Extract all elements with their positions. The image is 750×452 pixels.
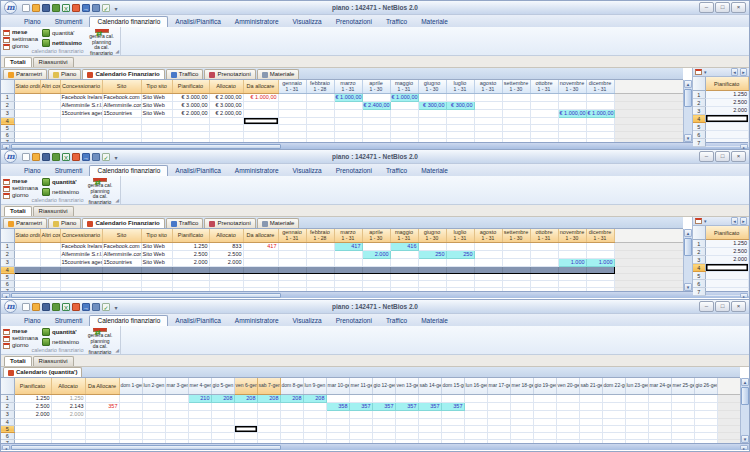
cell-settembre[interactable] — [502, 131, 530, 138]
cell-stato-ordine[interactable] — [14, 242, 40, 250]
cell-tipo-sito[interactable]: Sito Web — [141, 250, 172, 258]
cell-gennaio[interactable] — [278, 280, 306, 287]
scroll-up-icon[interactable]: ▴ — [741, 378, 749, 386]
cell-mer-4-gen[interactable] — [188, 402, 211, 410]
cell-dom-8-gen[interactable] — [280, 410, 303, 418]
row-header[interactable]: 7 — [1, 138, 14, 142]
cell-ven-6-gen[interactable] — [234, 439, 257, 443]
calendar-tool-icon[interactable] — [72, 303, 80, 311]
ribbon-tab-traffico[interactable]: Traffico — [379, 166, 414, 176]
cell-dom-22-gen[interactable] — [602, 402, 625, 410]
view-tab-calendario-finanziario[interactable]: Calendario Finanziario — [82, 69, 164, 79]
cell-luglio[interactable] — [446, 266, 474, 273]
cell-mer-4-gen[interactable] — [188, 432, 211, 439]
cell-gio-19-gen[interactable] — [533, 418, 556, 425]
cell-gennaio[interactable] — [278, 124, 306, 131]
cell-mer-18-gen[interactable] — [510, 394, 533, 402]
cell-giugno[interactable] — [418, 109, 446, 117]
col-header-gio-19-gen[interactable]: gio 19-gen — [533, 378, 556, 394]
col-header-aprile[interactable]: aprile1 - 30 — [362, 229, 390, 242]
cell-gio-5-gen[interactable] — [211, 425, 234, 432]
cell-aprile[interactable] — [362, 273, 390, 280]
cell-ven-13-gen[interactable]: 357 — [395, 402, 418, 410]
cell-mer-18-gen[interactable] — [510, 432, 533, 439]
cell-luglio[interactable] — [446, 273, 474, 280]
cell-gennaio[interactable] — [278, 250, 306, 258]
cell-dicembre[interactable] — [586, 117, 614, 124]
cell-lun-16-gen[interactable] — [464, 432, 487, 439]
cell-luglio[interactable] — [446, 280, 474, 287]
ribbon-tab-analisi-pianifica[interactable]: Analisi/Pianifica — [168, 166, 228, 176]
cell-aprile[interactable] — [362, 258, 390, 266]
cell-marzo[interactable]: € 1.000,00 — [334, 93, 362, 101]
cell-novembre[interactable]: € 1.000,00 — [558, 109, 586, 117]
scroll-thumb[interactable] — [741, 387, 749, 405]
cell-luglio[interactable] — [446, 124, 474, 131]
cell-dom-1-gen[interactable] — [119, 402, 142, 410]
row-header[interactable]: 5 — [1, 124, 14, 131]
calendar-picker-icon[interactable] — [695, 218, 702, 224]
calendar-tool-icon[interactable] — [72, 4, 80, 12]
scroll-down-icon[interactable]: ▾ — [684, 283, 692, 291]
cell-allocato[interactable] — [209, 138, 243, 142]
cell-sab-14-gen[interactable] — [418, 418, 441, 425]
col-header-gio-26-gen[interactable]: gio 26-gen — [694, 378, 717, 394]
col-header-da-allocare[interactable]: Da allocare — [243, 229, 278, 242]
cell-novembre[interactable] — [558, 93, 586, 101]
col-header-settembre[interactable]: settembre1 - 30 — [502, 80, 530, 93]
close-button[interactable]: × — [731, 2, 746, 13]
cell-da-allocare[interactable]: 357 — [85, 402, 119, 410]
side-cell-pianificato[interactable] — [705, 131, 749, 139]
col-header-mar-10-gen[interactable]: mar 10-gen — [326, 378, 349, 394]
calendar-picker-icon[interactable] — [695, 69, 702, 75]
col-header-allocato[interactable]: Allocato — [209, 80, 243, 93]
cell-concessionario[interactable] — [60, 287, 102, 291]
horizontal-scrollbar[interactable]: ◂▸ — [1, 142, 749, 149]
cell-altri-costi[interactable] — [40, 131, 60, 138]
cell-altri-costi[interactable] — [40, 280, 60, 287]
cell-lun-23-gen[interactable] — [625, 394, 648, 402]
cell-pianificato[interactable] — [14, 425, 51, 432]
cell-dicembre[interactable]: 1.000 — [586, 258, 614, 266]
cell-marzo[interactable] — [334, 117, 362, 124]
cell-concessionario[interactable] — [60, 273, 102, 280]
cell-febbraio[interactable] — [306, 266, 334, 273]
cell-dom-15-gen[interactable]: 357 — [441, 402, 464, 410]
cell-pianificato[interactable]: 1.250 — [172, 242, 209, 250]
col-header-allocato[interactable]: Allocato — [209, 229, 243, 242]
export-excel-icon[interactable]: X — [62, 153, 70, 161]
col-header-dom-1-gen[interactable]: dom 1-gen — [119, 378, 142, 394]
cell-concessionario[interactable] — [60, 131, 102, 138]
side-row-header[interactable]: 2 — [693, 248, 705, 256]
cell-sito[interactable]: Alfemminile.com — [102, 101, 141, 109]
col-header-concessionario[interactable]: Concessionario — [60, 229, 102, 242]
cell-mer-25-gen[interactable] — [671, 439, 694, 443]
cell-stato-ordine[interactable] — [14, 101, 40, 109]
cell-sab-14-gen[interactable] — [418, 432, 441, 439]
cell-allocato[interactable]: 2.500 — [209, 250, 243, 258]
ribbon-tab-piano[interactable]: Piano — [17, 17, 48, 27]
cell-altri-costi[interactable] — [40, 250, 60, 258]
row-header[interactable]: 7 — [1, 439, 14, 443]
cell-ottobre[interactable] — [530, 280, 558, 287]
cell-altri-costi[interactable] — [40, 138, 60, 142]
col-header-dom-22-gen[interactable]: dom 22-gen — [602, 378, 625, 394]
scroll-up-icon[interactable]: ▴ — [684, 80, 692, 88]
save-icon[interactable] — [42, 303, 50, 311]
cell-giugno[interactable]: 250 — [418, 250, 446, 258]
cell-gennaio[interactable] — [278, 273, 306, 280]
col-header-ven-13-gen[interactable]: ven 13-gen — [395, 378, 418, 394]
cell-gio-12-gen[interactable]: 357 — [372, 402, 395, 410]
database-icon[interactable] — [92, 303, 100, 311]
col-header-mar-3-gen[interactable]: mar 3-gen — [165, 378, 188, 394]
cell-ottobre[interactable] — [530, 242, 558, 250]
cell-tipo-sito[interactable] — [141, 287, 172, 291]
col-header-stato-ordine[interactable]: Stato ordine — [14, 229, 40, 242]
cell-da-allocare[interactable] — [85, 439, 119, 443]
cell-luglio[interactable] — [446, 287, 474, 291]
cell-concessionario[interactable] — [60, 266, 102, 273]
cell-lun-9-gen[interactable] — [303, 432, 326, 439]
col-header-febbraio[interactable]: febbraio1 - 28 — [306, 229, 334, 242]
cell-altri-costi[interactable] — [40, 109, 60, 117]
cell-mer-25-gen[interactable] — [671, 402, 694, 410]
